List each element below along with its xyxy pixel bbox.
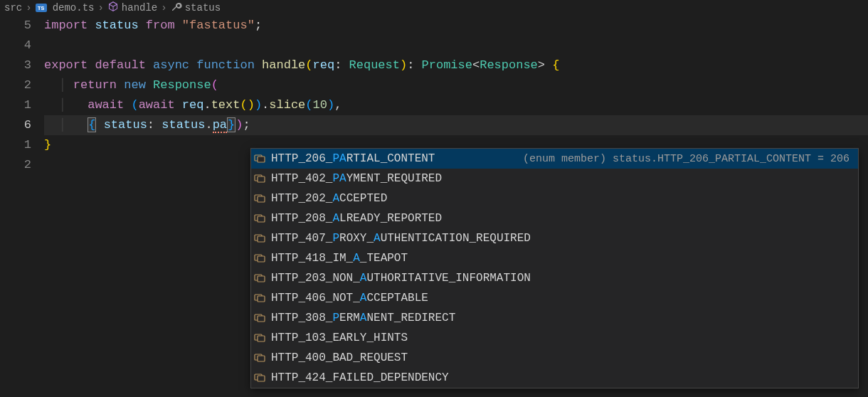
breadcrumb-prop-label: status [185,2,221,14]
identifier: status [162,118,205,132]
autocomplete-label: HTTP_308_PERMANENT_REDIRECT [271,312,455,324]
svg-rect-17 [258,316,265,322]
gutter-line-number: 4 [0,36,31,55]
chevron-right-icon: › [97,2,103,14]
autocomplete-item[interactable]: HTTP_202_ACCEPTED [251,189,858,208]
autocomplete-label: HTTP_400_BAD_REQUEST [271,351,408,364]
punctuation: ; [255,18,262,32]
autocomplete-label: HTTP_103_EARLY_HINTS [271,332,408,344]
number-literal: 10 [313,98,327,112]
autocomplete-detail: (enum member) status.HTTP_206_PARTIAL_CO… [523,153,855,165]
gutter-line-number: 2 [0,155,31,175]
svg-rect-7 [258,216,265,222]
identifier: status [95,18,138,32]
breadcrumb-file[interactable]: TS demo.ts [36,2,95,14]
enum-member-icon [254,332,267,344]
autocomplete-label: HTTP_402_PAYMENT_REQUIRED [271,172,442,185]
gutter-line-number: 1 [0,95,31,115]
enum-member-icon [254,213,267,224]
breadcrumb[interactable]: src › TS demo.ts › handle › status [0,0,868,16]
keyword: new [124,78,146,92]
autocomplete-item[interactable]: HTTP_406_NOT_ACCEPTABLE [251,288,858,308]
autocomplete-item[interactable]: HTTP_103_EARLY_HINTS [251,328,858,348]
svg-rect-21 [258,356,265,361]
enum-member-icon [254,372,267,383]
breadcrumb-src[interactable]: src [4,2,22,14]
svg-rect-15 [258,296,265,302]
autocomplete-item[interactable]: HTTP_418_IM_A_TEAPOT [251,248,858,268]
breadcrumb-method-label: handle [122,2,157,14]
chevron-right-icon: › [26,2,31,14]
identifier: req [182,98,204,112]
svg-rect-1 [258,157,265,162]
autocomplete-label: HTTP_203_NON_AUTHORITATIVE_INFORMATION [271,272,531,285]
code-line[interactable]: │ return new Response( [44,75,868,95]
chevron-right-icon: › [161,2,166,14]
autocomplete-label: HTTP_202_ACCEPTED [271,192,387,205]
code-line[interactable] [44,36,868,55]
autocomplete-item[interactable]: HTTP_203_NON_AUTHORITATIVE_INFORMATION [251,268,858,288]
gutter-line-number: 1 [0,135,31,155]
gutter-line-number-current: 6 [0,115,31,135]
breadcrumb-method[interactable]: handle [107,1,157,15]
keyword: async [153,58,189,72]
keyword: await [88,98,124,112]
gutter-line-number: 5 [0,16,31,36]
code-line[interactable]: export default async function handle(req… [44,55,868,75]
code-line-current[interactable]: │ { status: status.pa}); [44,115,868,135]
gutter-line-number: 2 [0,75,31,95]
enum-member-icon [254,233,267,244]
keyword: import [44,18,88,32]
svg-rect-13 [258,276,265,282]
method: text [211,98,240,112]
enum-member-icon [254,193,267,204]
enum-member-icon [254,312,267,324]
typescript-icon: TS [36,4,47,12]
svg-rect-11 [258,256,265,262]
autocomplete-label: HTTP_418_IM_A_TEAPOT [271,252,408,265]
keyword: function [196,58,255,72]
svg-rect-5 [258,196,265,202]
enum-member-icon [254,352,267,364]
autocomplete-item[interactable]: HTTP_308_PERMANENT_REDIRECT [251,308,858,328]
svg-rect-3 [258,176,265,182]
svg-rect-19 [258,336,265,342]
function-name: handle [262,58,305,72]
autocomplete-label: HTTP_424_FAILED_DEPENDENCY [271,371,449,384]
autocomplete-item[interactable]: HTTP_400_BAD_REQUEST [251,348,858,368]
type: Response [153,78,211,92]
autocomplete-label: HTTP_407_PROXY_AUTHENTICATION_REQUIRED [271,232,531,245]
svg-rect-9 [258,236,265,242]
autocomplete-label: HTTP_208_ALREADY_REPORTED [271,212,442,225]
enum-member-icon [254,272,267,284]
breadcrumb-file-label: demo.ts [53,2,95,14]
breadcrumb-prop[interactable]: status [171,1,221,15]
property-icon [171,1,182,15]
autocomplete-item[interactable]: HTTP_424_FAILED_DEPENDENCY [251,368,858,388]
gutter-line-number: 3 [0,55,31,75]
type: Promise [422,58,472,72]
enum-member-icon [254,292,267,304]
enum-member-icon [254,153,267,164]
enum-member-icon [254,253,267,264]
keyword: return [73,78,117,92]
code-line[interactable]: import status from "fastatus"; [44,16,868,36]
autocomplete-label: HTTP_406_NOT_ACCEPTABLE [271,292,428,305]
type: Response [480,58,538,72]
keyword: export [44,58,88,72]
autocomplete-item[interactable]: HTTP_407_PROXY_AUTHENTICATION_REQUIRED [251,228,858,248]
autocomplete-label: HTTP_206_PARTIAL_CONTENT [271,152,435,165]
keyword: from [146,18,175,32]
autocomplete-item[interactable]: HTTP_206_PARTIAL_CONTENT(enum member) st… [251,149,858,169]
type: Request [349,58,400,72]
code-line[interactable]: │ await (await req.text()).slice(10), [44,95,868,115]
autocomplete-item[interactable]: HTTP_402_PAYMENT_REQUIRED [251,169,858,189]
line-gutter: 5 4 3 2 1 6 1 2 [0,16,44,175]
svg-rect-23 [258,376,265,381]
autocomplete-popup[interactable]: HTTP_206_PARTIAL_CONTENT(enum member) st… [250,148,859,388]
method: slice [269,98,305,112]
property-key: status [104,118,147,132]
param: req [313,58,335,72]
autocomplete-item[interactable]: HTTP_208_ALREADY_REPORTED [251,208,858,228]
enum-member-icon [254,173,267,184]
